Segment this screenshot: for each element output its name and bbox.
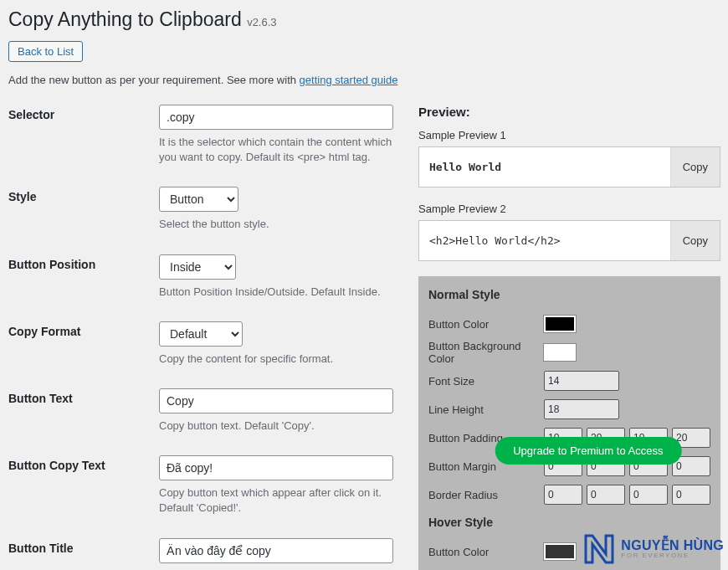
- line-height-label: Line Height: [428, 403, 544, 416]
- hover-button-color-swatch[interactable]: [544, 543, 576, 560]
- radius-input-2[interactable]: [629, 485, 668, 505]
- preview2-copy-button[interactable]: Copy: [670, 221, 720, 260]
- button-text-hint: Copy button text. Default 'Copy'.: [159, 419, 393, 434]
- button-title-input[interactable]: [159, 538, 393, 563]
- hover-button-color-label: Button Color: [428, 546, 544, 558]
- normal-style-heading: Normal Style: [428, 288, 710, 301]
- button-text-input[interactable]: [159, 388, 393, 413]
- button-bg-label: Button Background Color: [428, 340, 544, 365]
- button-copy-text-label: Button Copy Text: [8, 455, 159, 516]
- button-text-label: Button Text: [8, 388, 159, 434]
- sample2-label: Sample Preview 2: [418, 203, 720, 215]
- upgrade-premium-button[interactable]: Upgrade to Premium to Access: [495, 437, 681, 465]
- sample1-label: Sample Preview 1: [418, 129, 720, 141]
- getting-started-link[interactable]: getting started guide: [300, 74, 398, 86]
- preview2-content: <h2>Hello World</h2>: [419, 221, 670, 260]
- style-panel: Normal Style Button Color Button Backgro…: [418, 276, 720, 570]
- position-label: Button Position: [8, 254, 159, 300]
- back-to-list-button[interactable]: Back to List: [8, 41, 83, 62]
- format-hint: Copy the content for specific format.: [159, 352, 393, 367]
- font-size-input[interactable]: [544, 371, 619, 391]
- position-select[interactable]: Inside: [159, 254, 236, 280]
- intro-text: Add the new button as per your requireme…: [8, 74, 711, 86]
- style-select[interactable]: Button: [159, 187, 238, 212]
- preview-box-2: <h2>Hello World</h2> Copy: [418, 220, 720, 261]
- radius-input-3[interactable]: [672, 485, 710, 505]
- radius-label: Border Radius: [428, 489, 544, 501]
- button-color-label: Button Color: [428, 318, 544, 331]
- button-color-swatch[interactable]: [544, 316, 576, 332]
- selector-label: Selector: [8, 105, 159, 165]
- version-text: v2.6.3: [247, 16, 276, 28]
- selector-hint: It is the selector which contain the con…: [159, 135, 393, 165]
- hover-style-heading: Hover Style: [428, 516, 710, 529]
- preview-box-1: Hello World Copy: [418, 146, 720, 187]
- button-bg-swatch[interactable]: [544, 344, 576, 361]
- title-text: Copy Anything to Clipboard: [8, 8, 242, 30]
- preview1-content: Hello World: [419, 147, 670, 187]
- button-copy-text-input[interactable]: [159, 455, 393, 480]
- format-select[interactable]: Default: [159, 321, 243, 347]
- page-title: Copy Anything to Clipboard v2.6.3: [8, 8, 711, 31]
- radius-input-0[interactable]: [544, 485, 582, 505]
- selector-input[interactable]: [159, 105, 393, 130]
- logo-watermark: NGUYỄN HÙNG FOR EVERYONE: [582, 532, 724, 566]
- style-label: Style: [8, 187, 159, 232]
- font-size-label: Font Size: [428, 375, 544, 388]
- style-hint: Select the button style.: [159, 217, 393, 232]
- preview1-copy-button[interactable]: Copy: [670, 147, 720, 187]
- preview-heading: Preview:: [418, 105, 720, 119]
- format-label: Copy Format: [8, 321, 159, 367]
- line-height-input[interactable]: [544, 399, 619, 419]
- radius-input-1[interactable]: [587, 485, 625, 505]
- logo-icon: [582, 532, 616, 566]
- button-title-label: Button Title: [8, 538, 159, 571]
- position-hint: Button Position Inside/Outside. Default …: [159, 285, 393, 300]
- button-copy-text-hint: Copy button text which appear after clic…: [159, 485, 393, 516]
- logo-line1: NGUYỄN HÙNG: [621, 539, 724, 552]
- logo-line2: FOR EVERYONE: [621, 552, 724, 559]
